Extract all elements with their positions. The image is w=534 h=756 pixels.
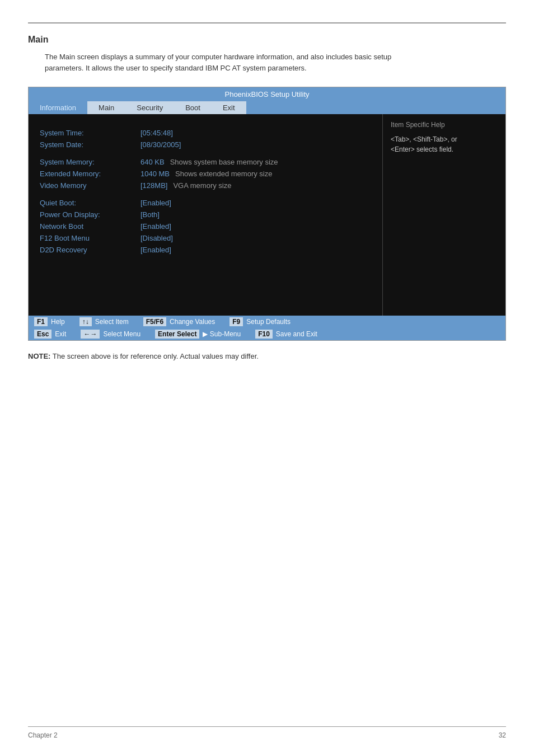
bios-left-panel: System Time: [05:45:48] System Date: [08… — [29, 114, 382, 316]
value-system-memory: 640 KB — [140, 158, 165, 166]
page-footer: Chapter 2 32 — [28, 726, 506, 739]
bios-row-system-date: System Date: [08/30/2005] — [40, 140, 371, 149]
desc-video-memory: VGA memory size — [173, 181, 231, 190]
bios-row-power-on-display: Power On Display: [Both] — [40, 210, 371, 219]
bios-row-extended-memory: Extended Memory: 1040 MB Shows extended … — [40, 170, 371, 178]
label-network-boot: Network Boot — [40, 222, 140, 231]
bios-row-system-time: System Time: [05:45:48] — [40, 129, 371, 137]
description-line1: The Main screen displays a summary of yo… — [45, 53, 391, 61]
menu-item-security[interactable]: Security — [125, 101, 174, 114]
bios-menu-bar: Information Main Security Boot Exit — [29, 101, 505, 114]
bios-row-system-memory: System Memory: 640 KB Shows system base … — [40, 158, 371, 166]
bios-title-bar: PhoenixBIOS Setup Utility — [29, 87, 505, 101]
description-line2: parameters. It allows the user to specif… — [45, 64, 307, 72]
key-leftright: ←→ — [81, 330, 100, 339]
label-quiet-boot: Quiet Boot: — [40, 199, 140, 207]
help-title: Item Specific Help — [391, 121, 498, 129]
label-f12-boot-menu: F12 Boot Menu — [40, 234, 140, 242]
bios-content-area: System Time: [05:45:48] System Date: [08… — [29, 114, 505, 316]
key-f1: F1 — [34, 317, 48, 326]
desc-system-memory: Shows system base memory size — [170, 158, 278, 166]
page-title: Main — [28, 35, 506, 45]
label-help: Help — [51, 318, 65, 326]
label-system-memory: System Memory: — [40, 158, 140, 166]
label-exit: Exit — [55, 330, 66, 338]
note-body: The screen above is for reference only. … — [50, 352, 258, 360]
value-power-on-display[interactable]: [Both] — [140, 210, 160, 219]
help-text: <Tab>, <Shift-Tab>, or <Enter> selects f… — [391, 134, 498, 154]
key-f5f6: F5/F6 — [143, 317, 166, 326]
key-f9: F9 — [229, 317, 243, 326]
footer-chapter: Chapter 2 — [28, 731, 58, 739]
value-extended-memory: 1040 MB — [140, 170, 170, 178]
bios-row-quiet-boot: Quiet Boot: [Enabled] — [40, 199, 371, 207]
value-f12-boot-menu[interactable]: [Disabled] — [140, 234, 173, 242]
top-divider — [28, 22, 506, 24]
key-enter-select: Enter Select — [155, 330, 199, 339]
value-d2d-recovery[interactable]: [Enabled] — [140, 246, 171, 254]
bios-footer: F1 Help ↑↓ Select Item F5/F6 Change Valu… — [29, 316, 505, 340]
label-d2d-recovery: D2D Recovery — [40, 246, 140, 254]
label-system-time: System Time: — [40, 129, 140, 137]
footer-row2: Esc Exit ←→ Select Menu Enter Select ▶ S… — [29, 328, 505, 340]
label-setup-defaults: Setup Defaults — [246, 318, 291, 326]
label-sub-menu: ▶ Sub-Menu — [203, 330, 241, 338]
bios-row-d2d-recovery: D2D Recovery [Enabled] — [40, 246, 371, 254]
value-network-boot[interactable]: [Enabled] — [140, 222, 171, 231]
help-line2: <Enter> selects field. — [391, 145, 453, 153]
note-prefix: NOTE: — [28, 352, 50, 360]
menu-item-main[interactable]: Main — [87, 101, 125, 114]
footer-page-number: 32 — [499, 731, 506, 739]
note: NOTE: The screen above is for reference … — [28, 352, 506, 360]
bios-screen: PhoenixBIOS Setup Utility Information Ma… — [28, 87, 506, 341]
bios-row-f12-boot-menu: F12 Boot Menu [Disabled] — [40, 234, 371, 242]
label-save-exit: Save and Exit — [276, 330, 317, 338]
key-esc: Esc — [34, 330, 51, 339]
menu-item-information[interactable]: Information — [29, 101, 87, 114]
value-system-date[interactable]: [08/30/2005] — [140, 140, 181, 149]
label-select-menu: Select Menu — [103, 330, 140, 338]
key-f10: F10 — [255, 330, 273, 339]
label-extended-memory: Extended Memory: — [40, 170, 140, 178]
label-system-date: System Date: — [40, 140, 140, 149]
description: The Main screen displays a summary of yo… — [45, 51, 506, 73]
help-line1: <Tab>, <Shift-Tab>, or — [391, 135, 457, 143]
footer-row1: F1 Help ↑↓ Select Item F5/F6 Change Valu… — [29, 316, 505, 328]
label-select-item: Select Item — [95, 318, 129, 326]
bios-right-panel: Item Specific Help <Tab>, <Shift-Tab>, o… — [382, 114, 505, 316]
menu-item-boot[interactable]: Boot — [174, 101, 212, 114]
bios-row-video-memory: Video Memory [128MB] VGA memory size — [40, 181, 371, 190]
label-power-on-display: Power On Display: — [40, 210, 140, 219]
menu-item-exit[interactable]: Exit — [212, 101, 246, 114]
value-system-time[interactable]: [05:45:48] — [140, 129, 173, 137]
key-updown: ↑↓ — [79, 317, 92, 326]
value-video-memory[interactable]: [128MB] — [140, 181, 167, 190]
menu-bar-spacer — [246, 101, 505, 114]
label-video-memory: Video Memory — [40, 181, 140, 190]
label-change-values: Change Values — [170, 318, 215, 326]
desc-extended-memory: Shows extended memory size — [175, 170, 272, 178]
bios-row-network-boot: Network Boot [Enabled] — [40, 222, 371, 231]
value-quiet-boot[interactable]: [Enabled] — [140, 199, 171, 207]
